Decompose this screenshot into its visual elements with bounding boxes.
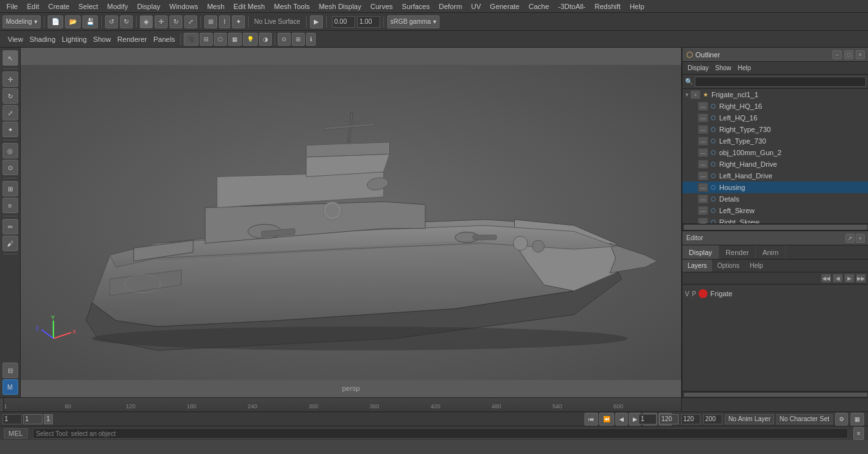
tree-vis-3[interactable]: — xyxy=(698,137,708,146)
lighting-menu-btn[interactable]: Lighting xyxy=(59,35,90,44)
smooth-shade-btn[interactable]: ⬡ xyxy=(214,33,227,46)
rotate-manip-btn[interactable]: ↻ xyxy=(3,88,18,104)
tree-vis-housing[interactable]: — xyxy=(698,183,708,192)
mel-input-field[interactable]: Select Tool: select an object xyxy=(33,428,848,439)
attr-close-btn[interactable]: × xyxy=(856,234,865,243)
subtab-options[interactable]: Options xyxy=(712,260,744,272)
timeline-ruler[interactable]: 1 60 120 180 240 300 360 420 480 540 600 xyxy=(4,398,681,411)
range-end-input[interactable] xyxy=(681,414,700,424)
grid-btn[interactable]: ⊞ xyxy=(292,33,305,46)
show-menu-btn[interactable]: Show xyxy=(91,35,114,44)
object-color-swatch[interactable] xyxy=(699,289,708,298)
menu-edit[interactable]: Edit xyxy=(23,1,43,12)
attr-hscrollbar[interactable] xyxy=(682,391,868,397)
soft-select-btn[interactable]: ◎ xyxy=(3,143,18,158)
camera-btn[interactable]: 🎥 xyxy=(184,33,198,46)
redo-btn[interactable]: ↻ xyxy=(120,15,133,28)
menu-file[interactable]: File xyxy=(3,1,22,12)
menu-generate[interactable]: Generate xyxy=(486,1,523,12)
light-btn[interactable]: 💡 xyxy=(243,33,258,46)
go-start-btn[interactable]: ⏮ xyxy=(584,413,598,426)
tree-item-6[interactable]: — ⬡ Left_Hand_Drive xyxy=(682,170,868,182)
outliner-display-menu[interactable]: Display xyxy=(685,64,711,72)
undo-btn[interactable]: ↺ xyxy=(105,15,118,28)
renderer-menu-btn[interactable]: Renderer xyxy=(115,35,149,44)
tree-item-8[interactable]: — ⬡ Left_Skrew xyxy=(682,205,868,216)
scale-input[interactable] xyxy=(357,16,380,28)
outliner-search-input[interactable] xyxy=(695,77,866,87)
render-preview-btn[interactable]: ▶ xyxy=(310,15,323,28)
tree-vis-0[interactable]: — xyxy=(698,102,708,111)
prev-frame-btn[interactable]: ◀ xyxy=(615,413,628,426)
anim-layer-dropdown[interactable]: No Anim Layer xyxy=(725,414,774,424)
new-scene-btn[interactable]: 📄 xyxy=(48,15,63,28)
menu-3dtall[interactable]: -3DtoAll- xyxy=(554,1,590,12)
artisan-btn[interactable]: 🖌 xyxy=(3,236,18,251)
attr-prev-btn[interactable]: ◀◀ xyxy=(821,274,831,283)
save-scene-btn[interactable]: 💾 xyxy=(82,15,98,28)
tree-vis-root[interactable]: + xyxy=(690,90,700,99)
isolate-btn[interactable]: ⊙ xyxy=(278,33,291,46)
texture-btn[interactable]: ▦ xyxy=(228,33,242,46)
tab-display[interactable]: Display xyxy=(682,245,719,259)
menu-mesh[interactable]: Mesh xyxy=(203,1,228,12)
move-tool[interactable]: ✛ xyxy=(155,15,168,28)
tree-vis-8[interactable]: — xyxy=(698,206,708,215)
menu-surfaces[interactable]: Surfaces xyxy=(398,1,434,12)
lasso-btn[interactable]: ⊙ xyxy=(3,160,18,175)
menu-uv[interactable]: UV xyxy=(467,1,485,12)
attr-forward-btn[interactable]: ▶ xyxy=(844,274,854,283)
anim-filter-btn[interactable]: ▦ xyxy=(851,413,864,426)
tab-anim[interactable]: Anim xyxy=(756,245,786,259)
quick-layout-btn[interactable]: ⊟ xyxy=(3,363,18,378)
select-tool[interactable]: ◈ xyxy=(140,15,153,28)
tree-vis-4[interactable]: — xyxy=(698,148,708,157)
colorspace-selector[interactable]: sRGB gamma ▾ xyxy=(387,15,439,28)
tree-item-7[interactable]: — ⬡ Detals xyxy=(682,193,868,205)
char-set-dropdown[interactable]: No Character Set xyxy=(776,414,833,424)
outliner-close-btn[interactable]: × xyxy=(856,50,865,59)
select-tool-btn[interactable]: ↖ xyxy=(3,50,18,66)
paint-skin-btn[interactable]: ✏ xyxy=(3,219,18,234)
outliner-restore-btn[interactable]: □ xyxy=(844,50,853,59)
shading-menu-btn[interactable]: Shading xyxy=(27,35,58,44)
tree-item-5[interactable]: — ⬡ Right_Hand_Drive xyxy=(682,158,868,170)
scale-manip-btn[interactable]: ⤢ xyxy=(3,105,18,120)
tree-item-1[interactable]: — ⬡ Left_HQ_16 xyxy=(682,112,868,124)
menu-modify[interactable]: Modify xyxy=(103,1,131,12)
open-scene-btn[interactable]: 📂 xyxy=(65,15,81,28)
total-frames-input[interactable] xyxy=(703,414,722,424)
menu-windows[interactable]: Windows xyxy=(166,1,202,12)
tree-vis-2[interactable]: — xyxy=(698,125,708,134)
wireframe-btn[interactable]: ⊟ xyxy=(200,33,213,46)
tree-item-9[interactable]: — ⬡ Right_Skrew xyxy=(682,216,868,223)
panels-menu-btn[interactable]: Panels xyxy=(151,35,178,44)
menu-deform[interactable]: Deform xyxy=(435,1,466,12)
outliner-hscrollbar[interactable] xyxy=(682,223,868,230)
tree-item-root[interactable]: ▼ + ★ Frigate_ncl1_1 xyxy=(682,89,868,100)
tree-item-0[interactable]: — ⬡ Right_HQ_16 xyxy=(682,100,868,112)
subtab-layers[interactable]: Layers xyxy=(682,260,712,272)
speed-input[interactable] xyxy=(332,16,355,28)
subtab-help[interactable]: Help xyxy=(744,260,768,272)
show-manip-btn[interactable]: ⊞ xyxy=(3,181,18,196)
rotate-tool[interactable]: ↻ xyxy=(169,15,182,28)
tree-vis-1[interactable]: — xyxy=(698,113,708,122)
shadow-btn[interactable]: ◑ xyxy=(259,33,272,46)
outliner-show-menu[interactable]: Show xyxy=(713,64,734,72)
prev-key-btn[interactable]: ⏪ xyxy=(599,413,614,426)
workspace-selector[interactable]: Modeling ▾ xyxy=(3,15,41,28)
tree-vis-9[interactable]: — xyxy=(698,218,708,223)
maya-logo-btn[interactable]: M xyxy=(3,379,18,395)
outliner-minimize-btn[interactable]: − xyxy=(833,50,842,59)
menu-create[interactable]: Create xyxy=(44,1,73,12)
menu-display[interactable]: Display xyxy=(133,1,164,12)
universal-manip-btn[interactable]: ✦ xyxy=(3,122,18,137)
tree-expand-root[interactable]: ▼ xyxy=(684,89,690,100)
attr-back-btn[interactable]: ◀ xyxy=(833,274,843,283)
tree-vis-7[interactable]: — xyxy=(698,194,708,203)
move-manip-btn[interactable]: ✛ xyxy=(3,71,18,87)
outliner-help-menu[interactable]: Help xyxy=(735,64,754,72)
attr-next-btn[interactable]: ▶▶ xyxy=(856,274,866,283)
playback-end-display[interactable] xyxy=(659,414,679,424)
